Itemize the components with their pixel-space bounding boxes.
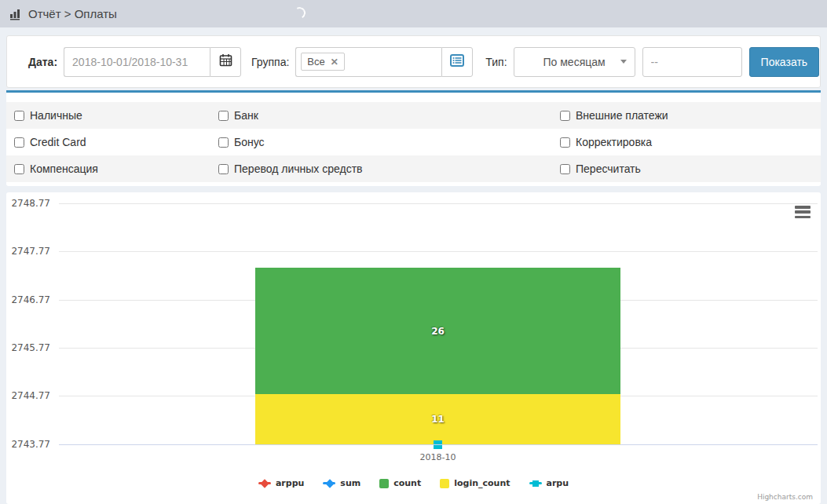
checkbox-input[interactable] [560,137,570,148]
chart-legend: arppu sum count login_count arpu [6,478,821,488]
legend-label: sum [340,478,360,488]
checkbox-input[interactable] [560,111,570,121]
date-input-group [64,47,241,77]
checkbox-input[interactable] [560,164,570,174]
legend-item-sum[interactable]: sum [323,478,360,488]
hamburger-icon [795,210,811,214]
legend-label: count [393,478,421,488]
checkbox-label: Пересчитать [576,163,641,175]
legend-line-marker [323,480,335,488]
filter-panel: Дата: Группа: Все ✕ [6,35,821,88]
legend-label: arppu [276,478,304,488]
bar-count[interactable]: 26 [255,268,620,394]
checkbox-input[interactable] [14,137,24,148]
legend-label: login_count [454,478,510,488]
legend-item-arpu[interactable]: arpu [529,478,569,488]
checkbox-input[interactable] [14,111,24,121]
top-header: Отчёт > Оплаты [0,0,827,27]
type-select-value: По месяцам [543,56,605,68]
gridline [59,251,818,252]
type-select[interactable]: По месяцам [514,47,635,77]
show-button[interactable]: Показать [749,47,820,77]
legend-line-marker [529,480,542,488]
list-alt-icon [450,54,464,70]
legend-square-marker [379,479,389,488]
group-list-button[interactable] [441,47,473,77]
checkbox-bank[interactable]: Банк [218,109,560,122]
checkbox-input[interactable] [218,137,229,148]
checkbox-nalichnye[interactable]: Наличные [14,109,218,122]
bar-login-count-value: 11 [431,414,445,425]
checkbox-label: Наличные [30,109,82,122]
checkbox-input[interactable] [218,164,229,174]
group-input-group: Все ✕ [295,47,473,77]
checkbox-bonus[interactable]: Бонус [218,136,560,148]
legend-item-arppu[interactable]: arppu [258,478,304,488]
legend-square-marker [440,479,449,488]
checkbox-label: Банк [234,109,258,122]
bar-count-value: 26 [431,326,445,337]
checkbox-row: Компенсация Перевод личных средств Перес… [6,155,821,182]
breadcrumb: Отчёт > Оплаты [28,7,117,20]
checkbox-input[interactable] [218,111,229,121]
checkbox-input[interactable] [14,164,24,174]
checkbox-pereschitat[interactable]: Пересчитать [560,163,821,175]
legend-line-marker [258,480,271,488]
date-range-input[interactable] [64,47,210,77]
checkbox-row: Credit Card Бонус Корректировка [6,129,821,155]
highcharts-credits[interactable]: Highcharts.com [757,493,813,501]
bar-chart-icon [9,8,22,20]
checkbox-perevod-lichnyh-sredstv[interactable]: Перевод личных средств [218,163,560,175]
checkbox-label: Внешние платежи [576,109,668,122]
checkbox-row: Наличные Банк Внешние платежи [6,102,821,129]
checkbox-credit-card[interactable]: Credit Card [14,136,218,148]
y-tick-label: 2743.77 [6,439,50,450]
type-label: Тип: [485,56,507,68]
calendar-button[interactable] [210,47,241,77]
hamburger-icon [795,216,811,219]
payment-types-panel: Наличные Банк Внешние платежи Credit Car… [6,90,821,186]
group-multiselect[interactable]: Все ✕ [295,47,441,77]
checkbox-korrektirovka[interactable]: Корректировка [560,136,821,148]
y-tick-label: 2746.77 [6,294,50,305]
y-tick-label: 2747.77 [6,246,50,257]
legend-item-login-count[interactable]: login_count [440,478,510,488]
legend-label: arpu [547,478,569,488]
checkbox-label: Credit Card [30,136,86,148]
x-axis-line [59,444,818,445]
x-tick-label: 2018-10 [255,452,620,462]
checkbox-label: Корректировка [576,136,652,148]
y-tick-label: 2748.77 [6,198,50,209]
loading-spinner-icon [292,5,306,20]
extra-number-input[interactable] [642,47,742,77]
gridline [59,203,818,204]
legend-item-count[interactable]: count [379,478,421,488]
remove-tag-icon[interactable]: ✕ [331,57,338,68]
date-label: Дата: [28,56,57,68]
y-tick-label: 2744.77 [6,390,50,401]
checkbox-label: Перевод личных средств [234,163,363,175]
checkbox-vneshnie-platezhi[interactable]: Внешние платежи [560,109,821,122]
calendar-icon [219,53,232,70]
chevron-down-icon [620,60,627,64]
checkbox-label: Компенсация [30,163,98,175]
hamburger-icon [795,206,811,209]
chart-panel: 2748.77 2747.77 2746.77 2745.77 2744.77 … [6,192,821,504]
checkbox-kompensaciya[interactable]: Компенсация [14,163,218,175]
y-tick-label: 2745.77 [6,342,50,353]
chart-export-menu-button[interactable] [795,206,811,218]
group-tag-label: Все [307,56,324,68]
bar-login-count[interactable]: 11 [255,394,620,444]
group-tag: Все ✕ [301,53,344,71]
checkbox-label: Бонус [234,136,265,148]
group-label: Группа: [251,56,289,68]
